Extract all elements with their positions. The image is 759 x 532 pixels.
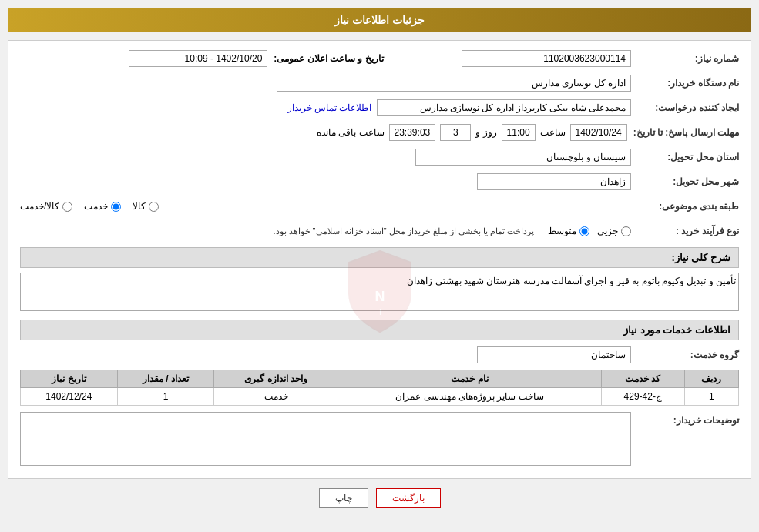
services-section-label: اطلاعات خدمات مورد نیاز [623, 324, 730, 336]
deadline-row: مهلت ارسال پاسخ: تا تاریخ: 1402/10/24 سا… [20, 122, 739, 142]
general-desc-textarea[interactable] [20, 273, 739, 311]
city-value: زاهدان [477, 173, 631, 190]
category-kala-khidmat[interactable]: کالا/خدمت [20, 201, 72, 212]
date-announce-value-cell: 1402/10/20 - 10:09 [20, 50, 267, 67]
service-group-value-cell: ساختمان [20, 346, 631, 363]
process-jozii-label: جزیی [597, 226, 618, 236]
col-row-num: ردیف [684, 370, 738, 388]
deadline-time-label: ساعت [540, 127, 566, 138]
col-service-name: نام خدمت [338, 370, 601, 388]
need-number-value-cell: 1102003623000114 [384, 50, 631, 67]
buyer-desc-value-cell [20, 412, 631, 466]
city-value-cell: زاهدان [20, 173, 631, 190]
date-announce-value: 1402/10/20 - 10:09 [129, 50, 267, 67]
contact-link[interactable]: اطلاعات تماس خریدار [287, 102, 372, 113]
category-kala-label: کالا [133, 201, 146, 212]
deadline-label: مهلت ارسال پاسخ: تا تاریخ: [627, 127, 739, 138]
need-number-row: شماره نیاز: 1102003623000114 تاریخ و ساع… [20, 49, 739, 69]
organization-value: اداره کل نوسازی مدارس [277, 75, 631, 92]
organization-label: نام دستگاه خریدار: [631, 78, 739, 89]
category-row: طبقه بندی موضوعی: کالا/خدمت خدمت کالا [20, 196, 739, 216]
buyer-desc-label: توضیحات خریدار: [631, 412, 739, 426]
print-button[interactable]: چاپ [319, 488, 368, 508]
category-kala[interactable]: کالا [133, 201, 159, 212]
general-desc-section: شرح کلی نیاز: [20, 247, 739, 268]
main-card: شماره نیاز: 1102003623000114 تاریخ و ساع… [8, 40, 751, 479]
category-kala-khidmat-label: کالا/خدمت [20, 201, 59, 212]
process-jozii[interactable]: جزیی [597, 226, 631, 236]
process-note: پرداخت تمام یا بخشی از مبلغ خریداز محل "… [273, 226, 534, 236]
general-desc-section-label: شرح کلی نیاز: [671, 252, 730, 263]
remaining-label: ساعت باقی مانده [317, 127, 385, 138]
category-label: طبقه بندی موضوعی: [631, 201, 739, 212]
created-by-label: ایجاد کننده درخواست: [631, 102, 739, 113]
col-need-date: تاریخ نیاز [21, 370, 118, 388]
cell-service_name: ساخت سایر پروژه‌های مهندسی عمران [338, 388, 601, 406]
need-number-value: 1102003623000114 [462, 50, 631, 67]
process-mota-label: متوسط [548, 226, 576, 236]
city-row: شهر محل تحویل: زاهدان [20, 172, 739, 192]
page-header: جزئیات اطلاعات نیاز [8, 8, 751, 32]
service-group-value: ساختمان [477, 346, 631, 363]
table-header-row: ردیف کد خدمت نام خدمت واحد اندازه گیری ت… [21, 370, 739, 388]
remaining-time: 23:39:03 [389, 124, 436, 141]
city-label: شهر محل تحویل: [631, 176, 739, 187]
general-desc-container: N ا تأمین و تبدیل وکیوم باتوم به قیر و ا… [20, 273, 739, 313]
deadline-value-cell: 1402/10/24 ساعت 11:00 روز و 3 23:39:03 س… [20, 124, 627, 141]
organization-value-cell: اداره کل نوسازی مدارس [20, 75, 631, 92]
deadline-days-label: روز و [475, 127, 496, 138]
cell-service_code: ج-42-429 [601, 388, 684, 406]
need-number-label: شماره نیاز: [631, 53, 739, 64]
category-khidmat[interactable]: خدمت [84, 201, 121, 212]
col-quantity: تعداد / مقدار [117, 370, 214, 388]
deadline-date: 1402/10/24 [570, 124, 627, 141]
buyer-desc-row: توضیحات خریدار: [20, 412, 739, 466]
services-table: ردیف کد خدمت نام خدمت واحد اندازه گیری ت… [20, 370, 739, 406]
province-label: استان محل تحویل: [631, 152, 739, 162]
category-khidmat-label: خدمت [84, 201, 108, 212]
page-title: جزئیات اطلاعات نیاز [334, 14, 425, 26]
process-label: نوع فرآیند خرید : [631, 226, 739, 236]
services-section-header: اطلاعات خدمات مورد نیاز [20, 320, 739, 340]
deadline-time: 11:00 [502, 124, 536, 141]
cell-need_date: 1402/12/24 [21, 388, 118, 406]
service-group-row: گروه خدمت: ساختمان [20, 345, 739, 365]
service-group-label: گروه خدمت: [631, 350, 739, 360]
back-button[interactable]: بازگشت [376, 488, 441, 508]
col-service-code: کد خدمت [601, 370, 684, 388]
province-value-cell: سیستان و بلوچستان [20, 149, 631, 166]
deadline-days: 3 [440, 124, 471, 141]
created-by-row: ایجاد کننده درخواست: محمدعلی شاه بیکی کا… [20, 98, 739, 118]
created-by-value-cell: محمدعلی شاه بیکی کاربرداز اداره کل نوساز… [20, 99, 631, 116]
bottom-buttons: بازگشت چاپ [8, 488, 751, 516]
cell-quantity: 1 [117, 388, 214, 406]
table-row: 1ج-42-429ساخت سایر پروژه‌های مهندسی عمرا… [21, 388, 739, 406]
created-by-value: محمدعلی شاه بیکی کاربرداز اداره کل نوساز… [377, 99, 631, 116]
process-value-cell: جزیی متوسط پرداخت تمام یا بخشی از مبلغ خ… [20, 226, 631, 236]
date-announce-label: تاریخ و ساعت اعلان عمومی: [267, 53, 383, 64]
process-mota[interactable]: متوسط [548, 226, 589, 236]
category-value-cell: کالا/خدمت خدمت کالا [20, 201, 631, 212]
province-value: سیستان و بلوچستان [415, 149, 631, 166]
col-unit: واحد اندازه گیری [214, 370, 338, 388]
cell-row_num: 1 [684, 388, 738, 406]
cell-unit: خدمت [214, 388, 338, 406]
province-row: استان محل تحویل: سیستان و بلوچستان [20, 147, 739, 167]
buyer-desc-textarea[interactable] [20, 412, 631, 466]
organization-row: نام دستگاه خریدار: اداره کل نوسازی مدارس [20, 73, 739, 93]
process-row: نوع فرآیند خرید : جزیی متوسط پرداخت تمام… [20, 221, 739, 241]
